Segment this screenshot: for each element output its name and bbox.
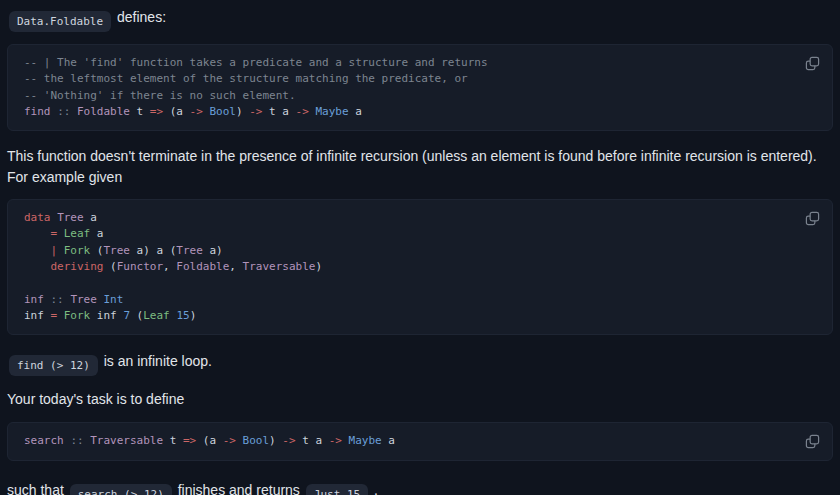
code-token-plain: (a [196, 434, 223, 447]
code-token-keyword: => [183, 434, 196, 447]
code-token-plain [44, 293, 51, 306]
code-token-plain: ) [269, 434, 282, 447]
code-token-plain: ) [315, 260, 322, 273]
code-line: -- | The 'find' function takes a predica… [24, 55, 816, 71]
code-line: inf :: Tree Int [24, 292, 816, 308]
copy-code-button[interactable] [801, 52, 823, 74]
code-content: -- | The 'find' function takes a predica… [24, 55, 816, 120]
text-run: This function doesn't terminate in the p… [7, 148, 817, 164]
code-token-plain: ( [103, 260, 116, 273]
code-token-plain: ) [190, 309, 197, 322]
code-token-plain [70, 105, 77, 118]
code-token-keyword: -> [223, 434, 236, 447]
text-run: defines: [113, 9, 166, 25]
code-token-type: Foldable [77, 105, 130, 118]
code-token-type: Functor [117, 260, 163, 273]
code-token-plain: inf [24, 309, 51, 322]
paragraph-line: For example given [7, 167, 833, 188]
text-run: . [370, 482, 378, 495]
code-token-plain: (a [163, 105, 190, 118]
text-run: finishes and returns [174, 482, 304, 495]
text-run: Your today's task is to define [7, 391, 184, 407]
code-token-type: inf [24, 293, 44, 306]
code-token-keyword: data [24, 211, 51, 224]
code-token-type: Tree [70, 293, 97, 306]
inline-code: search (> 12) [70, 484, 172, 495]
code-token-constructor: Fork [64, 309, 91, 322]
task-line: Your today's task is to define [7, 388, 833, 410]
text-run: is an infinite loop. [100, 353, 212, 369]
code-token-type: Foldable [176, 260, 229, 273]
code-content: search :: Traversable t => (a -> Bool) -… [24, 433, 816, 449]
copy-icon [805, 56, 820, 71]
code-token-keyword: => [150, 105, 163, 118]
code-line: inf = Fork inf 7 (Leaf 15) [24, 308, 816, 324]
code-token-literal: Bool [243, 434, 270, 447]
code-token-plain: inf [90, 309, 123, 322]
code-token-plain: ( [90, 244, 103, 257]
code-token-type: Traversable [243, 260, 316, 273]
paragraph-infinite-recursion: This function doesn't terminate in the p… [7, 146, 833, 187]
copy-code-button[interactable] [801, 207, 823, 229]
code-token-comment: -- 'Nothing' if there is no such element… [24, 89, 296, 102]
code-token-constructor: Fork [64, 244, 91, 257]
code-token-plain: a [90, 227, 103, 240]
code-line: -- the leftmost element of the structure… [24, 71, 816, 87]
paragraph-line: This function doesn't terminate in the p… [7, 146, 833, 167]
code-line: find :: Foldable t => (a -> Bool) -> t a… [24, 104, 816, 120]
code-line: deriving (Functor, Foldable, Traversable… [24, 259, 816, 275]
code-token-plain [97, 293, 104, 306]
code-token-comment: -- | The 'find' function takes a predica… [24, 56, 488, 69]
code-token-plain: a [84, 211, 97, 224]
code-line: = Leaf a [24, 226, 816, 242]
code-token-literal: Int [104, 293, 124, 306]
code-token-plain: a [382, 434, 395, 447]
code-line: -- 'Nothing' if there is no such element… [24, 88, 816, 104]
text-run: For example given [7, 169, 122, 185]
code-token-operator: :: [51, 293, 64, 306]
copy-icon [805, 434, 820, 449]
code-token-type: Tree [57, 211, 84, 224]
code-token-plain: t a [262, 105, 295, 118]
code-token-literal: 7 [123, 309, 130, 322]
code-token-plain [24, 244, 51, 257]
copy-icon [805, 211, 820, 226]
code-token-plain [57, 309, 64, 322]
inline-code: find (> 12) [9, 355, 98, 376]
code-token-comment: -- the leftmost element of the structure… [24, 72, 468, 85]
code-token-operator: :: [57, 105, 70, 118]
copy-code-button[interactable] [801, 430, 823, 452]
code-line: | Fork (Tree a) a (Tree a) [24, 243, 816, 259]
code-token-plain: t [130, 105, 150, 118]
code-token-keyword: -> [296, 105, 309, 118]
code-token-keyword: -> [249, 105, 262, 118]
code-token-plain [236, 434, 243, 447]
code-token-type: Traversable [90, 434, 163, 447]
code-token-plain: a) [203, 244, 223, 257]
intro-line: Data.Foldable defines: [7, 6, 833, 32]
code-token-type: Tree [176, 244, 203, 257]
code-token-plain [342, 434, 349, 447]
code-token-constructor: Leaf [143, 309, 170, 322]
code-token-type: find [24, 105, 51, 118]
code-line [24, 275, 816, 291]
code-token-operator: :: [70, 434, 83, 447]
code-block-search-signature: search :: Traversable t => (a -> Bool) -… [7, 422, 833, 460]
code-token-plain [57, 244, 64, 257]
message-content: Data.Foldable defines: -- | The 'find' f… [0, 0, 840, 495]
code-token-literal: 15 [176, 309, 189, 322]
text-run: such that [7, 482, 68, 495]
code-block-find-signature: -- | The 'find' function takes a predica… [7, 44, 833, 131]
inline-code: Just 15 [306, 484, 368, 495]
code-token-plain: t a [296, 434, 329, 447]
infinite-loop-line: find (> 12) is an infinite loop. [7, 350, 833, 376]
code-content: data Tree a = Leaf a | Fork (Tree a) a (… [24, 210, 816, 324]
code-block-tree-definition: data Tree a = Leaf a | Fork (Tree a) a (… [7, 199, 833, 335]
code-token-type: search [24, 434, 64, 447]
code-line: search :: Traversable t => (a -> Bool) -… [24, 433, 816, 449]
code-token-keyword: deriving [51, 260, 104, 273]
code-token-plain: , [163, 260, 176, 273]
code-token-literal: Maybe [349, 434, 382, 447]
code-token-plain: ) [236, 105, 249, 118]
code-token-plain: a) a ( [130, 244, 176, 257]
